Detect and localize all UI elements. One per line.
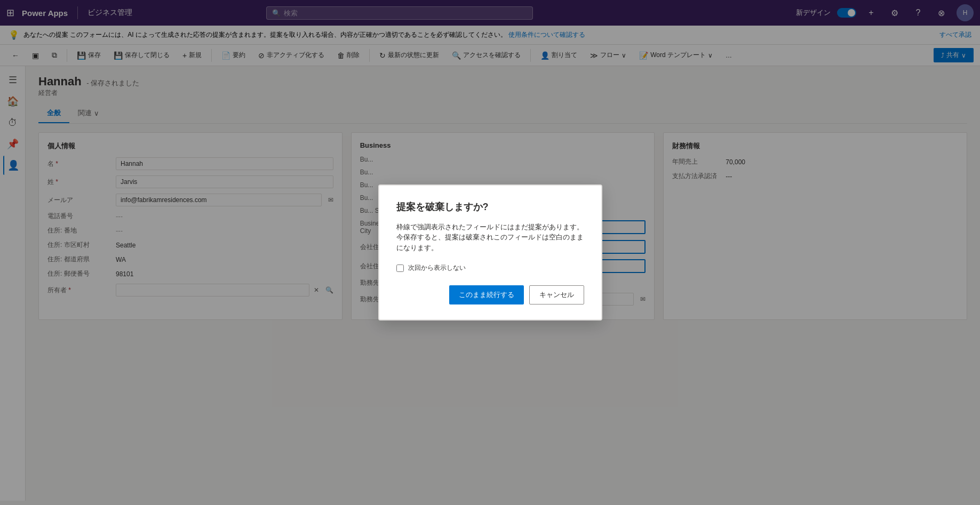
modal-title: 提案を破棄しますか?: [396, 201, 584, 213]
continue-button[interactable]: このまま続行する: [449, 285, 524, 304]
do-not-show-label: 次回から表示しない: [408, 263, 466, 272]
do-not-show-checkbox[interactable]: [396, 264, 404, 272]
modal-checkbox-row: 次回から表示しない: [396, 263, 584, 272]
modal-overlay: 提案を破棄しますか? 枠線で強調表示されたフィールドにはまだ提案があります。今保…: [0, 0, 980, 505]
modal-body: 枠線で強調表示されたフィールドにはまだ提案があります。今保存すると、提案は破棄さ…: [396, 222, 584, 253]
modal-actions: このまま続行する キャンセル: [396, 285, 584, 304]
discard-proposal-modal: 提案を破棄しますか? 枠線で強調表示されたフィールドにはまだ提案があります。今保…: [378, 185, 602, 321]
cancel-button[interactable]: キャンセル: [529, 285, 584, 304]
